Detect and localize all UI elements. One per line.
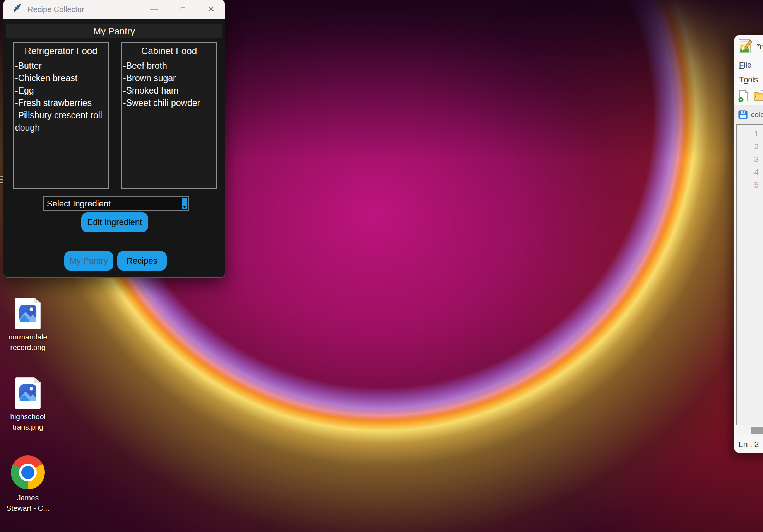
- menu-label-part: T: [739, 75, 744, 84]
- line-number: 4: [737, 165, 759, 178]
- window-title: Recipe Collector: [27, 5, 84, 14]
- list-item[interactable]: -Fresh strawberries: [15, 97, 107, 109]
- desktop-icon-normandale-record[interactable]: normandale record.png: [2, 298, 53, 353]
- listbox-title: Refrigerator Food: [14, 46, 108, 56]
- recipe-collector-window: Recipe Collector — □ ✕ My Pantry Refrige…: [3, 0, 225, 278]
- select-ingredient-combobox[interactable]: Select Ingredient: [43, 196, 189, 211]
- notepad-editor-area[interactable]: 1 2 3 4 5: [736, 124, 763, 425]
- desktop-screen: S Recipe Collector — □ ✕ My Pantry Refri…: [0, 0, 763, 532]
- chrome-icon: [11, 455, 45, 489]
- line-number: 1: [737, 127, 759, 140]
- title-bar[interactable]: Recipe Collector — □ ✕: [3, 0, 225, 19]
- list-item[interactable]: -Brown sugar: [123, 72, 215, 84]
- minimize-button[interactable]: —: [150, 5, 158, 14]
- menu-label-key: o: [744, 75, 748, 84]
- image-thumbnail-icon: [19, 384, 37, 402]
- open-folder-button[interactable]: [753, 89, 763, 102]
- maximize-button[interactable]: □: [181, 6, 185, 13]
- my-pantry-button[interactable]: My Pantry: [64, 251, 113, 271]
- list-item[interactable]: -Chicken breast: [15, 72, 107, 84]
- python-feather-icon: [12, 3, 22, 15]
- listbox-items: -Beef broth -Brown sugar -Smoked ham -Sw…: [122, 60, 216, 109]
- menu-file[interactable]: File: [734, 58, 763, 72]
- listbox-items: -Butter -Chicken breast -Egg -Fresh stra…: [14, 60, 108, 134]
- recipes-button[interactable]: Recipes: [117, 251, 167, 271]
- notepad-tab-bar: colo: [734, 105, 763, 124]
- list-item[interactable]: -Beef broth: [123, 60, 215, 72]
- notepad-plus-plus-window: *ne File Tools: [734, 35, 763, 453]
- list-item[interactable]: -Pillsbury crescent roll dough: [15, 109, 107, 134]
- notepad-toolbar: [734, 87, 763, 105]
- cabinet-food-listbox[interactable]: Cabinet Food -Beef broth -Brown sugar -S…: [121, 42, 217, 189]
- menu-label-part: ols: [748, 75, 758, 84]
- scrollbar-thumb[interactable]: [751, 427, 763, 434]
- saved-floppy-icon: [738, 110, 748, 120]
- line-number: 3: [737, 153, 759, 165]
- icon-label: trans.png: [2, 422, 53, 432]
- menu-tools[interactable]: Tools: [734, 72, 763, 87]
- desktop-icon-highschool-trans[interactable]: highschool trans.png: [2, 377, 53, 432]
- icon-label: Stewart - C...: [2, 503, 53, 513]
- icon-label: James: [2, 493, 53, 503]
- notepad-plus-plus-icon: [738, 39, 753, 54]
- edit-ingredient-button[interactable]: Edit Ingredient: [81, 212, 148, 232]
- new-file-button[interactable]: [737, 89, 750, 102]
- close-button[interactable]: ✕: [208, 5, 215, 14]
- line-number: 5: [737, 178, 759, 191]
- menu-label-part: ile: [744, 61, 751, 70]
- tab-label: colo: [751, 111, 763, 119]
- list-item[interactable]: -Butter: [15, 60, 107, 72]
- combobox-dropdown-scrollbar[interactable]: [182, 198, 187, 209]
- list-item[interactable]: -Sweet chili powder: [123, 97, 215, 109]
- horizontal-scrollbar: [736, 425, 763, 435]
- list-item[interactable]: -Egg: [15, 84, 107, 97]
- notepad-window-title-fragment: *ne: [757, 42, 763, 51]
- icon-label: record.png: [2, 342, 53, 353]
- tab-colo-file[interactable]: colo: [734, 105, 763, 124]
- list-item[interactable]: -Smoked ham: [123, 84, 215, 97]
- page-title: My Pantry: [6, 24, 222, 38]
- image-thumbnail-icon: [19, 304, 37, 322]
- line-number: 2: [737, 140, 759, 153]
- listbox-title: Cabinet Food: [122, 46, 216, 56]
- icon-label: normandale: [2, 332, 53, 342]
- combobox-value: Select Ingredient: [44, 199, 111, 209]
- icon-label: highschool: [2, 411, 53, 422]
- status-bar: Ln : 2: [734, 435, 763, 453]
- notepad-title-bar[interactable]: *ne: [734, 35, 763, 58]
- desktop-icon-chrome-shortcut[interactable]: James Stewart - C...: [2, 455, 53, 513]
- menu-label-key: F: [739, 61, 744, 70]
- refrigerator-food-listbox[interactable]: Refrigerator Food -Butter -Chicken breas…: [13, 42, 109, 189]
